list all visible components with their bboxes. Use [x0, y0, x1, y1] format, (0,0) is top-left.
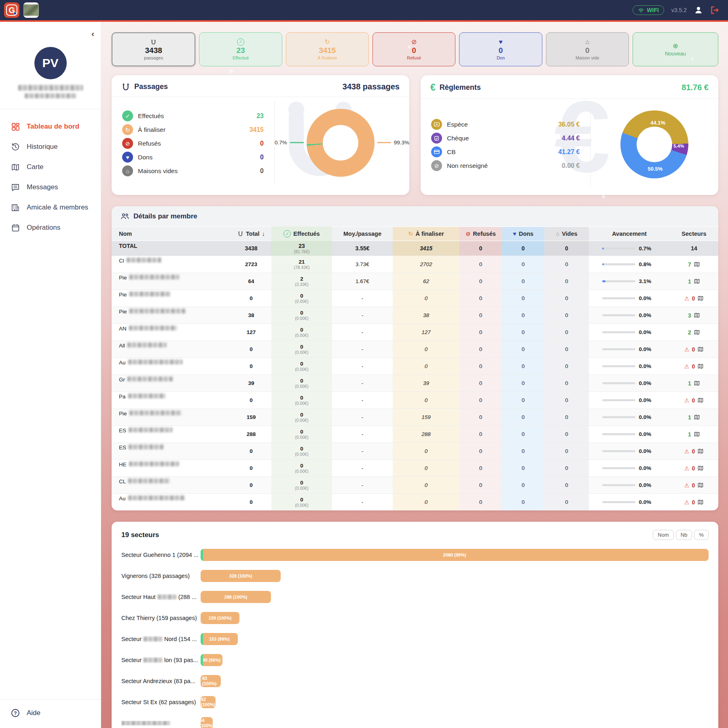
kpi-value: 23	[256, 112, 264, 120]
statcard-refuse[interactable]: ⊘ 0 Refusé	[372, 32, 455, 66]
secteurs-count: 1	[688, 380, 691, 387]
sector-bar-value: 90 (96%)	[203, 658, 221, 663]
sidebar-item-historique[interactable]: Historique	[0, 137, 101, 157]
a-finaliser-cell: 127	[393, 324, 459, 341]
statcard-maison-vide[interactable]: ⌂ 0 Maison vide	[546, 32, 629, 66]
table-row[interactable]: ES 0 0(0.00€) - 0 0 0 0 0.0% ⚠ 0	[112, 442, 718, 459]
sector-bar-track: 153 (99%)	[201, 633, 709, 645]
statcard-don[interactable]: ♥ 0 Don	[459, 32, 542, 66]
kpi-label: Maisons vides	[138, 167, 178, 175]
table-row[interactable]: Pie 64 2(3.33€) 1.67€ 62 0 0 0 3.1% 1	[112, 273, 718, 290]
map-icon[interactable]	[697, 448, 704, 454]
column-header-effectue-s[interactable]: ✓ Effectués	[271, 226, 332, 241]
statcard-value: 23	[236, 47, 245, 55]
sidebar-item-carte[interactable]: Carte	[0, 157, 101, 177]
sidebar-item-tableau-de-bord[interactable]: Tableau de bord	[0, 116, 101, 137]
table-row[interactable]: AN 127 0(0.00€) - 127 0 0 0 0.0% 2	[112, 324, 718, 341]
refuses-cell: 0	[459, 256, 502, 273]
passages-donut-chart	[307, 109, 375, 177]
a-finaliser-cell: 38	[393, 307, 459, 324]
table-row[interactable]: Pa 0 0(0.00€) - 0 0 0 0 0.0% ⚠ 0	[112, 392, 718, 408]
refuses-cell: 0	[459, 324, 502, 341]
secteurs-count: 3	[688, 312, 691, 319]
sidebar-collapse-button[interactable]: ‹	[91, 29, 94, 38]
map-icon[interactable]	[694, 329, 700, 335]
map-icon[interactable]	[694, 380, 700, 386]
sectors-sort-[interactable]: %	[694, 530, 709, 540]
map-icon[interactable]	[697, 482, 704, 488]
org-photo-tile[interactable]	[23, 2, 39, 18]
a-finaliser-cell: 0	[393, 290, 459, 307]
kpi-value: 4.44 €	[562, 135, 580, 142]
map-icon[interactable]	[694, 431, 700, 437]
table-row[interactable]: Au 0 0(0.00€) - 0 0 0 0 0.0% ⚠ 0	[112, 493, 718, 510]
table-row[interactable]: Cl 2723 21(78.43€) 3.73€ 2702 0 0 0 0.8%…	[112, 256, 718, 273]
sector-bar-done-segment	[201, 633, 203, 645]
map-icon[interactable]	[694, 261, 700, 267]
sector-label: Secteur St Ex (62 passages)	[121, 699, 201, 705]
map-icon[interactable]	[697, 295, 704, 301]
sidebar-item-aide[interactable]: ? Aide	[0, 703, 101, 723]
dons-cell: 0	[502, 241, 544, 256]
column-header-a-finaliser[interactable]: ↻ À finaliser	[393, 227, 459, 241]
member-name-redacted: Pie	[112, 307, 231, 324]
table-row[interactable]: Pie 38 0(0.00€) - 38 0 0 0 0.0% 3	[112, 307, 718, 324]
column-header-refuse-s[interactable]: ⊘ Refusés	[459, 227, 502, 241]
vides-cell: 0	[544, 358, 589, 375]
logout-button[interactable]	[710, 6, 719, 14]
sidebar-item-ope-rations[interactable]: Opérations	[0, 218, 101, 238]
map-icon[interactable]	[694, 414, 700, 420]
map-icon[interactable]	[697, 465, 704, 471]
statcard-effectue[interactable]: ✓ 23 Effectué	[199, 32, 282, 66]
map-icon[interactable]	[694, 278, 700, 284]
statcard-a-finaliser[interactable]: ↻ 3415 À finaliser	[286, 32, 369, 66]
sector-bar-track: 159 (100%)	[201, 612, 709, 624]
table-row[interactable]: Au 0 0(0.00€) - 0 0 0 0 0.0% ⚠ 0	[112, 358, 718, 375]
wifi-status-badge[interactable]: WIFI	[633, 5, 664, 15]
map-icon[interactable]	[697, 397, 704, 403]
map-icon[interactable]	[697, 499, 704, 505]
map-icon[interactable]	[697, 363, 704, 369]
statcard-passages[interactable]: 3438 passages	[112, 32, 195, 66]
column-header-moy-passage[interactable]: Moy./passage	[332, 227, 393, 241]
sort-desc-icon: ↓	[262, 231, 265, 237]
column-header-avancement[interactable]: Avancement	[589, 227, 670, 241]
map-icon	[11, 162, 20, 172]
column-header-nom[interactable]: Nom	[112, 227, 231, 241]
plus-icon: ⊕	[673, 42, 678, 50]
statcard-value: 0	[412, 47, 416, 55]
column-header-total[interactable]: Total ↓	[231, 227, 271, 241]
user-menu-button[interactable]	[694, 6, 703, 15]
table-row[interactable]: CL 0 0(0.00€) - 0 0 0 0 0.0% ⚠ 0	[112, 476, 718, 493]
sectors-sort-nom[interactable]: Nom	[653, 530, 673, 540]
column-header-dons[interactable]: ♥ Dons	[502, 227, 544, 241]
map-icon[interactable]	[697, 346, 704, 352]
table-row[interactable]: All 0 0(0.00€) - 0 0 0 0 0.0% ⚠ 0	[112, 341, 718, 358]
column-header-secteurs[interactable]: Secteurs	[670, 227, 718, 241]
statcard-nouveau[interactable]: ⊕ Nouveau	[633, 32, 718, 66]
progress-bar	[602, 263, 635, 265]
sidebar-item-amicale-membres[interactable]: Amicale & membres	[0, 197, 101, 218]
table-row[interactable]: HE 0 0(0.00€) - 0 0 0 0 0.0% ⚠ 0	[112, 459, 718, 476]
secteurs-count: 0	[692, 363, 695, 370]
secteurs-cell: ⚠ 0	[670, 443, 718, 459]
avancement-cell: 3.1%	[589, 273, 670, 290]
house-icon: ⌂	[122, 165, 133, 176]
app-logo[interactable]: G	[4, 2, 19, 18]
table-row[interactable]: Pie 159 0(0.00€) - 159 0 0 0 0.0% 1	[112, 408, 718, 425]
statcard-label: Effectué	[233, 55, 249, 60]
table-row[interactable]: ES 288 0(0.00€) - 288 0 0 0 0.0% 1	[112, 425, 718, 442]
map-icon[interactable]	[694, 312, 700, 318]
sidebar-item-label: Opérations	[27, 224, 60, 232]
sidebar-nav: Tableau de bord Historique Carte Message…	[0, 112, 101, 242]
table-row[interactable]: Pie 0 0(0.00€) - 0 0 0 0 0.0% ⚠ 0	[112, 290, 718, 307]
sectors-sort-nb[interactable]: Nb	[676, 530, 692, 540]
kpi-label: Non renseigné	[447, 162, 488, 169]
total-cell: 64	[231, 273, 271, 290]
sectors-header: 19 secteurs NomNb%	[121, 530, 709, 540]
table-row[interactable]: Gr 39 0(0.00€) - 39 0 0 0 0.0% 1	[112, 375, 718, 392]
column-header-vides[interactable]: ⌂ Vides	[544, 227, 589, 241]
refuses-cell: 0	[459, 409, 502, 425]
sidebar-item-messages[interactable]: Messages	[0, 177, 101, 197]
column-header-label: Dons	[519, 231, 533, 237]
